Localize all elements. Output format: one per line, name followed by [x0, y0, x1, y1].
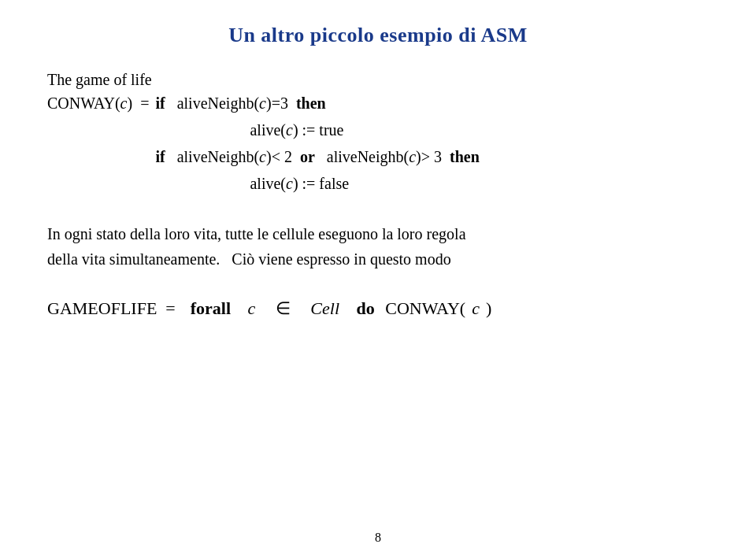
- conway-label: CONWAY(c) =: [47, 91, 149, 116]
- conway-formula-block: CONWAY(c) = if aliveNeighb(c)=3 then ali…: [47, 91, 709, 196]
- slide-title: Un altro piccolo esempio di ASM: [228, 24, 528, 47]
- formula-line-4: alive(c) := false: [155, 171, 479, 196]
- main-content: The game of life CONWAY(c) = if aliveNei…: [47, 71, 709, 323]
- slide-page: Un altro piccolo esempio di ASM The game…: [0, 0, 756, 559]
- formula-line-3: if aliveNeighb(c)< 2 or aliveNeighb(c)> …: [155, 144, 479, 169]
- gameoflife-definition: GAMEOFLIFE = forall c ∈ Cell do CONWAY(c…: [47, 294, 709, 323]
- formula-line-2: alive(c) := true: [155, 117, 479, 143]
- page-number: 8: [375, 531, 381, 545]
- description-block: In ogni stato della loro vita, tutte le …: [47, 221, 709, 272]
- game-of-life-label: The game of life: [47, 71, 709, 89]
- description-line-2: della vita simultaneamente. Ciò viene es…: [47, 246, 709, 272]
- formula-line-1: if aliveNeighb(c)=3 then: [155, 91, 479, 116]
- formula-rhs: if aliveNeighb(c)=3 then alive(c) := tru…: [155, 91, 479, 196]
- description-line-1: In ogni stato della loro vita, tutte le …: [47, 221, 709, 246]
